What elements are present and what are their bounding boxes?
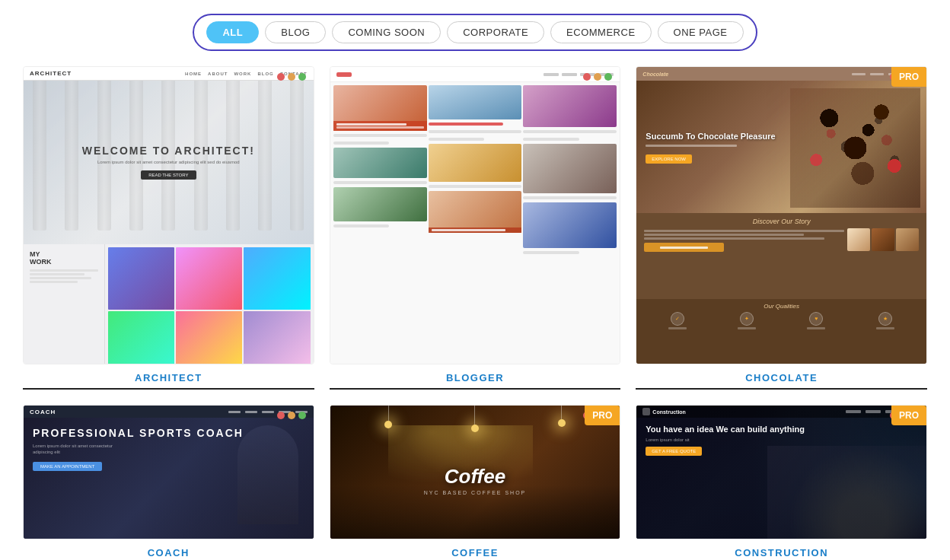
- construction-label: CONSTRUCTION: [636, 539, 927, 560]
- blog-text: [333, 181, 427, 184]
- choc-q-item: ✦: [738, 312, 756, 329]
- construction-cta-btn: GET A FREE QUOTE: [646, 447, 702, 456]
- choc-q-title: Our Qualities: [644, 303, 919, 310]
- architect-dots: [277, 73, 306, 81]
- blog-content: [330, 82, 620, 364]
- construction-title: You have an idea We can build anything: [646, 424, 917, 434]
- theme-card-blogger[interactable]: BLOGGER: [330, 66, 621, 390]
- choc-q-circle: ✓: [671, 312, 684, 326]
- dot-orange: [288, 73, 295, 81]
- choc-q-item: ♥: [807, 312, 825, 329]
- arch-gallery-item: [176, 247, 242, 310]
- theme-card-construction[interactable]: PRO Construction: [636, 405, 927, 560]
- blog-col-2: [429, 85, 522, 361]
- blog-nav: [330, 67, 620, 82]
- arch-sidebar-text: [30, 269, 98, 283]
- choc-q-item: ✓: [668, 312, 687, 329]
- filter-btn-blog[interactable]: BLOG: [265, 21, 326, 43]
- choc-mini-img: [896, 228, 919, 251]
- blog-img: [333, 85, 427, 131]
- arch-gallery: [105, 244, 314, 364]
- arch-gallery-item: [244, 247, 310, 310]
- blogger-preview: [330, 66, 621, 364]
- blog-img: [333, 187, 427, 221]
- filter-btn-coming-soon[interactable]: COMING SOON: [332, 21, 441, 43]
- filter-border-box: ALL BLOG COMING SOON CORPORATE ECOMMERCE…: [193, 14, 757, 51]
- construction-card-preview: PRO Construction: [636, 405, 927, 539]
- choc-hero-text: Succumb To Chocolate Pleasure EXPLORE NO…: [646, 131, 775, 164]
- theme-card-architect[interactable]: ARCHITECT HOMEABOUTWORKBLOGCONTACT WELCO…: [23, 66, 314, 390]
- blog-img: [523, 202, 617, 248]
- filter-btn-all[interactable]: ALL: [206, 21, 259, 43]
- chocolate-screenshot: Chocolate Succumb To Chocolate Pleasure …: [636, 67, 926, 364]
- blogger-screenshot: [330, 67, 620, 364]
- blog-col-3: [523, 85, 617, 361]
- dot-green: [604, 73, 612, 81]
- choc-section-title: Discover Our Story: [644, 218, 919, 225]
- blog-text: [523, 251, 579, 254]
- choc-section-text: [644, 228, 844, 252]
- blog-text: [523, 196, 617, 199]
- construction-hero: You have an idea We can build anything L…: [646, 424, 917, 456]
- blogger-dots: [583, 73, 612, 81]
- choc-text-line: [644, 237, 824, 240]
- blog-img: [333, 148, 427, 178]
- theme-card-chocolate[interactable]: PRO Chocolate Succumb To Chocolate Pleas…: [636, 66, 927, 390]
- chocolate-card-preview: PRO Chocolate Succumb To Chocolate Pleas…: [636, 66, 927, 364]
- pro-badge-coffee: PRO: [585, 406, 620, 425]
- blog-text: [333, 142, 390, 145]
- choc-q-label: [807, 327, 825, 329]
- filter-btn-ecommerce[interactable]: ECOMMERCE: [550, 21, 651, 43]
- arch-bottom: MY WORK: [24, 244, 314, 364]
- dot-green: [298, 412, 306, 419]
- construction-screenshot: Construction You have an idea We can bui…: [636, 406, 926, 539]
- blog-text: [523, 130, 617, 133]
- dot-green: [298, 73, 306, 81]
- choc-text-line: [644, 234, 804, 236]
- pro-badge-construction: PRO: [891, 406, 926, 425]
- theme-card-coffee[interactable]: PRO: [330, 405, 621, 560]
- blog-text: [333, 134, 427, 137]
- coach-card-preview: COACH: [23, 405, 314, 539]
- coach-cta-btn: MAKE AN APPOINTMENT: [33, 462, 102, 471]
- arch-hero: WELCOME TO ARCHITECT! Lorem ipsum dolor …: [24, 81, 314, 244]
- chocolate-label: CHOCOLATE: [636, 364, 927, 390]
- dot-orange: [288, 412, 295, 419]
- architect-preview: ARCHITECT HOMEABOUTWORKBLOGCONTACT WELCO…: [23, 66, 314, 364]
- filter-btn-one-page[interactable]: ONE PAGE: [658, 21, 744, 43]
- choc-text-line: [644, 230, 844, 232]
- blog-img: [523, 85, 617, 127]
- pro-badge: PRO: [891, 67, 926, 87]
- dot-red: [277, 73, 285, 81]
- filter-btn-corporate[interactable]: CORPORATE: [447, 21, 544, 43]
- coffee-interior: Coffee NYC BASED COFFEE SHOP: [330, 406, 620, 539]
- blogger-label: BLOGGER: [330, 364, 621, 390]
- coffee-title: Coffee: [424, 465, 527, 488]
- nav-link: [866, 410, 881, 413]
- dot-red: [277, 412, 285, 419]
- arch-sidebar-title: MY WORK: [30, 250, 98, 267]
- blog-col-1: [333, 85, 427, 361]
- arch-gallery-item: [108, 247, 174, 310]
- construction-nav: Construction: [636, 406, 926, 418]
- coffee-sub: NYC BASED COFFEE SHOP: [424, 490, 527, 495]
- arch-hero-title: WELCOME TO ARCHITECT!: [82, 145, 255, 157]
- blog-img: [429, 85, 522, 119]
- choc-hero-btn: EXPLORE NOW: [646, 154, 692, 164]
- coach-nav: COACH: [24, 406, 314, 418]
- coffee-label: COFFEE: [330, 539, 621, 560]
- coach-label: COACH: [23, 539, 314, 560]
- theme-card-coach[interactable]: COACH: [23, 405, 314, 560]
- blog-text: [333, 224, 390, 228]
- choc-mini-img: [847, 228, 870, 251]
- coffee-card-preview: PRO: [330, 405, 621, 539]
- blog-text: [523, 138, 579, 141]
- coach-screenshot: COACH: [24, 406, 314, 539]
- choc-q-label: [738, 327, 756, 329]
- arch-gallery-item: [244, 311, 310, 364]
- choc-q-circle: ♥: [809, 312, 823, 326]
- choc-q-items: ✓ ✦ ♥ ★: [644, 312, 919, 329]
- blog-text: [429, 123, 503, 126]
- choc-section: Discover Our Story: [636, 213, 926, 298]
- choc-q-label: [876, 327, 894, 329]
